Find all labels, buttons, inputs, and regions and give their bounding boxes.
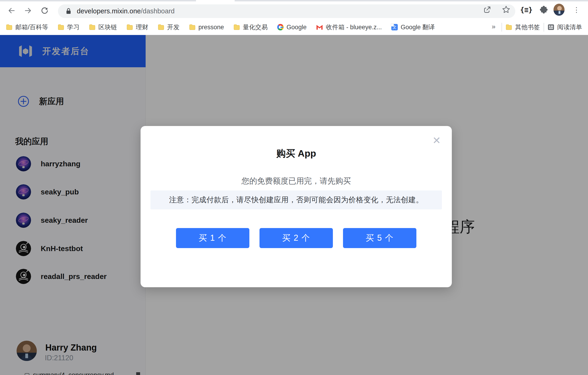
url-path: /dashboard xyxy=(141,7,175,15)
other-bookmarks-label: 其他书签 xyxy=(515,23,540,31)
modal-note-text: 注意：完成付款后，请尽快创建应用，否则可能会因为价格变化，无法创建。 xyxy=(169,195,423,205)
reload-button[interactable] xyxy=(39,5,51,17)
url-domain: developers.mixin.one xyxy=(77,7,141,15)
reload-icon xyxy=(41,6,49,15)
google-icon xyxy=(277,24,284,30)
bookmark-label: Google 翻译 xyxy=(401,23,435,31)
bookmark-folder[interactable]: 邮箱/百科等 xyxy=(6,23,48,31)
bookmark-folder[interactable]: pressone xyxy=(189,24,224,31)
buy-app-modal: ✕ 购买 App 您的免费额度已用完，请先购买 注意：完成付款后，请尽快创建应用… xyxy=(141,126,452,287)
bookmark-google-translate[interactable]: 文 Google 翻译 xyxy=(391,23,435,31)
folder-icon xyxy=(6,24,12,30)
bookmark-label: pressone xyxy=(199,24,224,31)
close-icon[interactable]: ✕ xyxy=(431,134,443,146)
json-extension-button[interactable]: {≡} xyxy=(521,4,532,15)
folder-icon xyxy=(506,24,512,30)
folder-icon xyxy=(58,24,64,30)
folder-icon xyxy=(158,24,164,30)
buy-2-button[interactable]: 买 2 个 xyxy=(260,228,333,248)
buy-1-button[interactable]: 买 1 个 xyxy=(176,228,249,248)
back-arrow-icon xyxy=(8,7,15,14)
browser-avatar xyxy=(554,4,565,16)
buy-5-button[interactable]: 买 5 个 xyxy=(343,228,416,248)
puzzle-icon xyxy=(539,5,548,14)
bookmark-folder[interactable]: 开发 xyxy=(158,23,180,31)
bookmark-folder[interactable]: 量化交易 xyxy=(233,23,268,31)
address-bar[interactable]: developers.mixin.one/dashboard xyxy=(58,4,515,18)
star-icon xyxy=(502,5,511,14)
back-button[interactable] xyxy=(6,5,18,17)
bookmarks-bar: 邮箱/百科等 学习 区块链 理财 开发 pressone 量化交易 Google… xyxy=(0,20,588,35)
folder-icon xyxy=(89,24,95,30)
share-button[interactable] xyxy=(482,5,492,15)
kebab-icon: ⋮ xyxy=(573,6,580,14)
json-extension-icon: {≡} xyxy=(520,6,533,14)
gmail-icon xyxy=(316,24,323,30)
bookmark-label: 理财 xyxy=(136,23,148,31)
folder-icon xyxy=(233,24,240,30)
bookmark-google[interactable]: Google xyxy=(277,24,307,31)
reading-list-button[interactable]: 阅读清单 xyxy=(548,23,582,31)
bookmark-label: 学习 xyxy=(67,23,80,31)
bookmarks-separator xyxy=(502,23,502,32)
browser-profile-button[interactable] xyxy=(554,4,565,15)
forward-arrow-icon xyxy=(24,7,32,14)
modal-note: 注意：完成付款后，请尽快创建应用，否则可能会因为价格变化，无法创建。 xyxy=(150,190,442,210)
bookmark-label: 收件箱 - blueeye.z... xyxy=(326,23,382,31)
bookmark-folder[interactable]: 区块链 xyxy=(89,23,117,31)
other-bookmarks-button[interactable]: 其他书签 xyxy=(506,23,540,31)
bookmark-folder[interactable]: 理财 xyxy=(126,23,148,31)
bookmarks-separator xyxy=(544,23,544,32)
folder-icon xyxy=(126,24,133,30)
forward-button[interactable] xyxy=(22,5,34,17)
translate-icon: 文 xyxy=(391,24,398,30)
page-content: 开发者后台 新应用 我的应用 harryzhang seaky_pub xyxy=(0,35,588,375)
bookmark-label: 邮箱/百科等 xyxy=(15,23,48,31)
bookmark-label: 开发 xyxy=(167,23,180,31)
reading-list-label: 阅读清单 xyxy=(557,23,582,31)
reading-list-icon xyxy=(548,24,554,30)
modal-title: 购买 App xyxy=(141,147,452,160)
modal-subtitle: 您的免费额度已用完，请先购买 xyxy=(141,176,452,186)
bookmark-label: 区块链 xyxy=(98,23,117,31)
bookmark-star-button[interactable] xyxy=(501,5,511,15)
url-text: developers.mixin.one/dashboard xyxy=(77,7,175,15)
extensions-button[interactable] xyxy=(538,4,549,15)
lock-icon xyxy=(65,7,72,15)
browser-toolbar: developers.mixin.one/dashboard {≡} xyxy=(0,1,588,20)
bookmark-gmail-inbox[interactable]: 收件箱 - blueeye.z... xyxy=(316,23,382,31)
bookmark-folder[interactable]: 学习 xyxy=(58,23,80,31)
folder-icon xyxy=(189,24,196,30)
bookmark-label: Google xyxy=(287,24,307,31)
browser-menu-button[interactable]: ⋮ xyxy=(571,4,582,15)
bookmarks-overflow-button[interactable]: » xyxy=(492,22,495,30)
bookmark-label: 量化交易 xyxy=(243,23,268,31)
share-icon xyxy=(483,5,492,14)
